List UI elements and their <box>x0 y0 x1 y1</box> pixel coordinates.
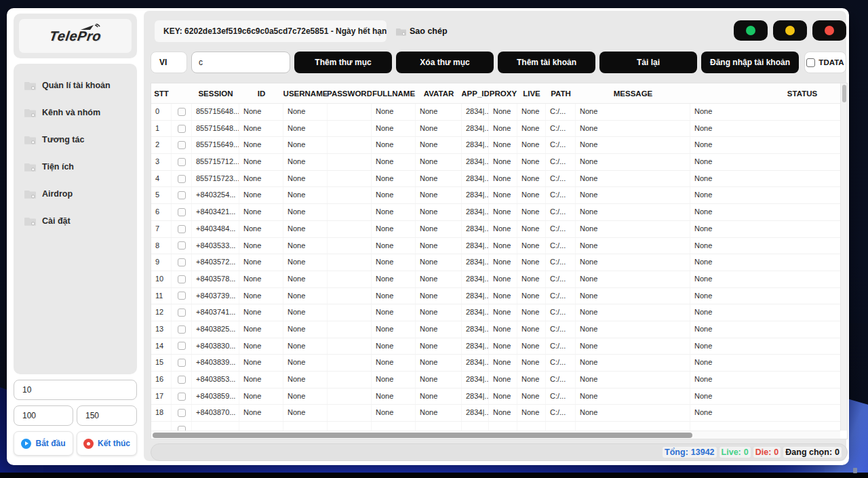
table-row[interactable]: 12+8403741...NoneNoneNoneNone2834|...Non… <box>151 304 848 321</box>
table-row[interactable]: 11+8403739...NoneNoneNoneNone2834|...Non… <box>151 288 848 305</box>
row-checkbox[interactable] <box>178 141 186 149</box>
cell-username: None <box>283 137 328 153</box>
table-row[interactable]: 5+8403254...NoneNoneNoneNone2834|...None… <box>151 187 848 204</box>
start-button[interactable]: Bắt đầu <box>14 431 73 456</box>
table-row[interactable]: 15+8403839...NoneNoneNoneNone2834|...Non… <box>151 355 848 372</box>
tray-icon[interactable] <box>853 468 857 473</box>
language-value: VI <box>159 58 167 67</box>
cell-fullname: None <box>372 405 416 421</box>
copy-icon <box>396 27 406 36</box>
row-checkbox[interactable] <box>178 409 186 417</box>
cell-avatar: None <box>416 271 462 287</box>
vertical-scrollbar-thumb[interactable] <box>842 85 846 102</box>
delay-input[interactable] <box>14 380 137 400</box>
cell-path: C:/... <box>546 171 576 187</box>
sidebar-item-kenh-va-nhom[interactable]: Kênh và nhóm <box>14 99 137 126</box>
stop-button[interactable]: Kết thúc <box>77 431 137 456</box>
cell-path: C:/... <box>546 321 576 338</box>
cell-password <box>328 304 372 321</box>
cell-message: None <box>576 137 690 153</box>
cell-status: None <box>690 338 848 355</box>
table-row[interactable]: 14+8403830...NoneNoneNoneNone2834|...Non… <box>151 338 848 355</box>
table-row[interactable]: 1855715648...NoneNoneNoneNone2834|...Non… <box>151 121 848 138</box>
row-checkbox[interactable] <box>178 191 186 199</box>
table-row[interactable]: 3855715712...NoneNoneNoneNone2834|...Non… <box>151 154 848 171</box>
table-row[interactable]: 10+8403578...NoneNoneNoneNone2834|...Non… <box>151 271 848 288</box>
cell-status: None <box>690 321 848 338</box>
add-folder-button[interactable]: Thêm thư mục <box>294 52 392 73</box>
table-row[interactable]: 7+8403484...NoneNoneNoneNone2834|...None… <box>151 221 848 238</box>
row-checkbox[interactable] <box>178 241 186 250</box>
sidebar-item-tien-ich[interactable]: Tiện ích <box>14 153 137 180</box>
cell-session: +8403572... <box>192 254 239 271</box>
window-button-green[interactable] <box>734 20 768 41</box>
cell-stt: 13 <box>151 321 172 338</box>
row-checkbox[interactable] <box>178 342 186 350</box>
cell-live: None <box>517 104 546 120</box>
column-header-checkbox <box>172 83 192 103</box>
row-checkbox[interactable] <box>178 175 186 183</box>
row-checkbox[interactable] <box>178 108 186 116</box>
cell-id: None <box>239 187 283 203</box>
row-checkbox[interactable] <box>178 359 186 367</box>
status-selected: Đang chọn: 0 <box>783 447 842 458</box>
add-account-button[interactable]: Thêm tài khoản <box>498 52 595 73</box>
tdata-toggle[interactable]: TDATA <box>804 52 846 73</box>
search-input[interactable] <box>191 52 290 73</box>
row-checkbox[interactable] <box>178 225 186 233</box>
cell-checkbox <box>172 288 192 304</box>
row-checkbox[interactable] <box>178 325 186 334</box>
table-row[interactable]: 17+8403859...NoneNoneNoneNone2834|...Non… <box>151 389 848 405</box>
range-from-input[interactable] <box>14 405 73 426</box>
cell-avatar: None <box>416 221 462 237</box>
table-row[interactable]: 9+8403572...NoneNoneNoneNone2834|...None… <box>151 254 848 271</box>
row-checkbox[interactable] <box>178 258 186 266</box>
cell-stt: 12 <box>151 304 172 321</box>
login-account-button[interactable]: Đăng nhập tài khoản <box>701 52 799 73</box>
sidebar-item-quan-li-tai-khoan[interactable]: Quản lí tài khoản <box>14 72 137 99</box>
copy-key-button[interactable]: Sao chép <box>396 24 448 38</box>
row-checkbox[interactable] <box>178 208 186 216</box>
logo-text: TelePro <box>48 28 102 44</box>
cell-session: 855715648... <box>192 104 239 120</box>
cell-username: None <box>283 171 328 187</box>
toolbar: VI Thêm thư mục Xóa thư mục Thêm tài kho… <box>144 52 846 73</box>
tdata-checkbox[interactable] <box>806 58 815 67</box>
row-checkbox[interactable] <box>178 376 186 384</box>
table-row[interactable]: 18+8403870...NoneNoneNoneNone2834|...Non… <box>151 405 848 422</box>
horizontal-scrollbar[interactable] <box>151 431 840 439</box>
table-row[interactable]: 13+8403825...NoneNoneNoneNone2834|...Non… <box>151 321 848 338</box>
cell-fullname: None <box>372 121 416 137</box>
row-checkbox[interactable] <box>178 158 186 166</box>
horizontal-scrollbar-thumb[interactable] <box>153 433 692 438</box>
sidebar-item-cai-dat[interactable]: Cài đặt <box>14 207 137 235</box>
table-row[interactable]: 6+8403421...NoneNoneNoneNone2834|...None… <box>151 204 848 221</box>
vertical-scrollbar[interactable] <box>840 83 847 431</box>
sidebar-item-airdrop[interactable]: Airdrop <box>14 180 137 207</box>
table-row[interactable]: 8+8403533...NoneNoneNoneNone2834|...None… <box>151 238 848 255</box>
reload-button[interactable]: Tải lại <box>599 52 697 73</box>
window-button-red[interactable] <box>812 20 846 41</box>
cell-message: None <box>576 405 690 421</box>
cell-checkbox <box>172 187 192 203</box>
cell-path: C:/... <box>546 154 576 170</box>
range-to-input[interactable] <box>77 405 137 426</box>
table-row[interactable]: 16+8403853...NoneNoneNoneNone2834|...Non… <box>151 372 848 389</box>
table-row[interactable]: 0855715648...NoneNoneNoneNone2834|...Non… <box>151 104 848 121</box>
cell-session: +8403254... <box>192 187 239 203</box>
window-button-yellow[interactable] <box>773 20 807 41</box>
row-checkbox[interactable] <box>178 292 186 300</box>
delete-folder-button[interactable]: Xóa thư mục <box>396 52 494 73</box>
table-row[interactable]: 4855715723...NoneNoneNoneNone2834|...Non… <box>151 171 848 188</box>
table-row[interactable]: 2855715649...NoneNoneNoneNone2834|...Non… <box>151 137 848 154</box>
column-header-stt: STT <box>151 83 172 103</box>
cell-avatar: None <box>416 389 462 405</box>
row-checkbox[interactable] <box>178 308 186 317</box>
cell-path: C:/... <box>546 288 576 304</box>
row-checkbox[interactable] <box>178 393 186 401</box>
cell-id: None <box>239 355 283 371</box>
row-checkbox[interactable] <box>178 125 186 133</box>
language-select[interactable]: VI <box>151 52 187 73</box>
sidebar-item-tuong-tac[interactable]: Tương tác <box>14 126 137 153</box>
row-checkbox[interactable] <box>178 275 186 283</box>
